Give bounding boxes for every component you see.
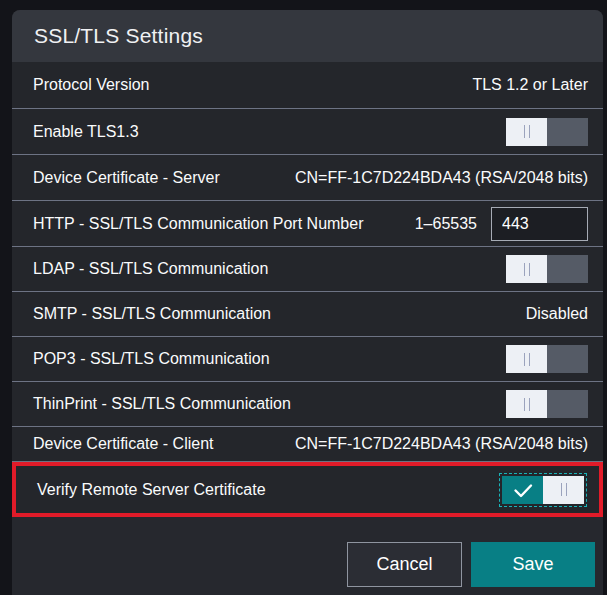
- toggle-grip-icon: [524, 353, 530, 366]
- row-enable-tls13: Enable TLS1.3: [12, 108, 603, 154]
- dialog-title: SSL/TLS Settings: [34, 24, 203, 48]
- toggle-thumb: [506, 390, 547, 418]
- ldap-toggle[interactable]: [506, 255, 588, 283]
- row-label: Enable TLS1.3: [33, 123, 139, 141]
- toggle-track: [547, 118, 588, 146]
- toggle-thumb: [543, 476, 584, 504]
- row-label: Device Certificate - Client: [33, 435, 214, 453]
- row-device-cert-client: Device Certificate - Client CN=FF-1C7D22…: [12, 426, 603, 462]
- dialog-header: SSL/TLS Settings: [12, 10, 603, 62]
- row-value: Disabled: [526, 305, 588, 323]
- row-value: TLS 1.2 or Later: [472, 76, 588, 94]
- row-label: LDAP - SSL/TLS Communication: [33, 260, 268, 278]
- toggle-thumb: [506, 118, 547, 146]
- row-pop3: POP3 - SSL/TLS Communication: [12, 336, 603, 381]
- toggle-grip-icon: [524, 125, 530, 138]
- row-label: SMTP - SSL/TLS Communication: [33, 305, 271, 323]
- row-value: CN=FF-1C7D224BDA43 (RSA/2048 bits): [295, 169, 588, 187]
- row-label: HTTP - SSL/TLS Communication Port Number: [33, 215, 363, 233]
- row-label: ThinPrint - SSL/TLS Communication: [33, 395, 291, 413]
- dialog-footer: Cancel Save: [12, 517, 603, 595]
- row-label: Device Certificate - Server: [33, 169, 220, 187]
- save-button[interactable]: Save: [471, 542, 595, 587]
- port-range-hint: 1–65535: [415, 215, 477, 233]
- row-verify-remote-cert: Verify Remote Server Certificate: [16, 466, 599, 513]
- http-port-input[interactable]: [491, 207, 588, 241]
- row-ldap: LDAP - SSL/TLS Communication: [12, 246, 603, 291]
- verify-remote-cert-toggle[interactable]: [502, 476, 584, 504]
- toggle-thumb: [506, 255, 547, 283]
- cancel-button[interactable]: Cancel: [347, 542, 462, 587]
- row-value: CN=FF-1C7D224BDA43 (RSA/2048 bits): [295, 435, 588, 453]
- row-thinprint: ThinPrint - SSL/TLS Communication: [12, 381, 603, 426]
- red-highlight-box: Verify Remote Server Certificate: [12, 462, 603, 517]
- toggle-grip-icon: [561, 483, 567, 496]
- row-protocol-version: Protocol Version TLS 1.2 or Later: [12, 62, 603, 108]
- row-device-cert-server: Device Certificate - Server CN=FF-1C7D22…: [12, 154, 603, 200]
- enable-tls13-toggle[interactable]: [506, 118, 588, 146]
- toggle-track: [547, 255, 588, 283]
- toggle-track: [547, 390, 588, 418]
- toggle-grip-icon: [524, 263, 530, 276]
- row-label: Protocol Version: [33, 76, 150, 94]
- toggle-thumb: [506, 345, 547, 373]
- row-http-port: HTTP - SSL/TLS Communication Port Number…: [12, 200, 603, 246]
- pop3-toggle[interactable]: [506, 345, 588, 373]
- row-label: Verify Remote Server Certificate: [37, 481, 266, 499]
- ssl-tls-settings-dialog: SSL/TLS Settings Protocol Version TLS 1.…: [12, 10, 603, 595]
- row-label: POP3 - SSL/TLS Communication: [33, 350, 270, 368]
- toggle-grip-icon: [524, 398, 530, 411]
- port-input-group: 1–65535: [415, 207, 588, 241]
- checkmark-icon: [511, 478, 535, 502]
- toggle-track-on: [502, 476, 543, 504]
- thinprint-toggle[interactable]: [506, 390, 588, 418]
- toggle-track: [547, 345, 588, 373]
- row-smtp: SMTP - SSL/TLS Communication Disabled: [12, 291, 603, 336]
